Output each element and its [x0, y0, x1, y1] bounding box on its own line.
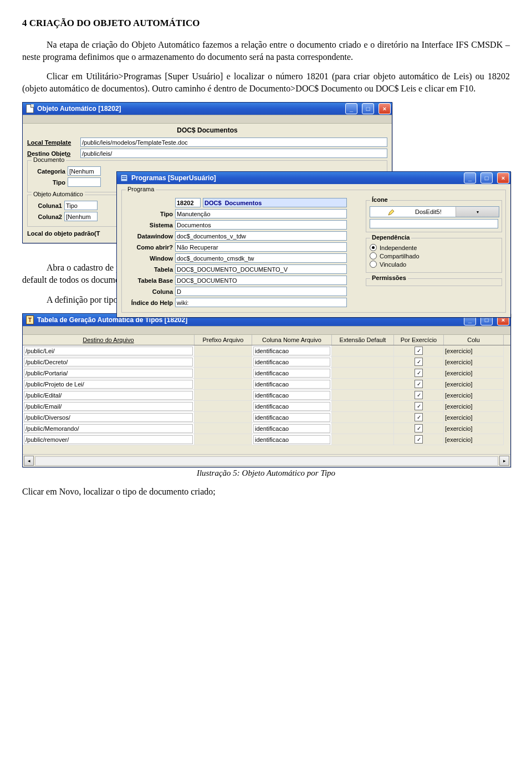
cell-por-exercicio[interactable]: [394, 379, 444, 390]
cell-por-exercicio[interactable]: [394, 423, 444, 434]
cell-prefixo[interactable]: [195, 434, 252, 445]
cell-por-exercicio[interactable]: [394, 401, 444, 412]
cell-por-exercicio[interactable]: [394, 345, 444, 357]
input-tipo[interactable]: [68, 177, 101, 187]
cell-colu[interactable]: [exercicio]: [444, 434, 504, 445]
cell-destino[interactable]: [23, 423, 195, 434]
combo-icone[interactable]: DosEdit5! ▾: [370, 206, 499, 217]
cell-colu[interactable]: [exercicio]: [444, 368, 504, 379]
cell-extensao[interactable]: [332, 401, 394, 412]
input-p-indicehelp[interactable]: [175, 298, 347, 307]
th-colu[interactable]: Colu: [444, 335, 504, 345]
input-p-tabelabase[interactable]: [175, 276, 347, 285]
input-p-tabela[interactable]: [175, 264, 347, 274]
cell-coluna-nome[interactable]: [252, 412, 332, 423]
cell-prefixo[interactable]: [195, 357, 252, 368]
cell-colu[interactable]: [exercicio]: [444, 401, 504, 412]
cell-coluna-nome[interactable]: [252, 390, 332, 401]
cell-destino[interactable]: [23, 357, 195, 368]
cell-prefixo[interactable]: [195, 401, 252, 412]
label-destino-objeto: Destino Objeto: [27, 150, 78, 157]
cell-extensao[interactable]: [332, 357, 394, 368]
cell-prefixo[interactable]: [195, 390, 252, 401]
cell-por-exercicio[interactable]: [394, 412, 444, 423]
section-heading: 4 CRIAÇÃO DO OBJETO AUTOMÁTICO: [22, 18, 510, 29]
cell-destino[interactable]: [23, 412, 195, 423]
cell-extensao[interactable]: [332, 345, 394, 357]
cell-por-exercicio[interactable]: [394, 434, 444, 445]
cell-coluna-nome[interactable]: [252, 357, 332, 368]
cell-colu[interactable]: [exercicio]: [444, 412, 504, 423]
input-p-datawindow[interactable]: [175, 231, 347, 241]
horizontal-scrollbar[interactable]: ◂ ▸: [23, 454, 510, 467]
cell-extensao[interactable]: [332, 434, 394, 445]
cell-prefixo[interactable]: [195, 345, 252, 357]
th-por-exercicio[interactable]: Por Exercício: [394, 335, 444, 345]
cell-extensao[interactable]: [332, 379, 394, 390]
label-p-tabela: Tabela: [125, 266, 173, 273]
pencil-icon: [370, 208, 413, 216]
cell-por-exercicio[interactable]: [394, 368, 444, 379]
close-button[interactable]: ×: [378, 103, 391, 114]
cell-coluna-nome[interactable]: [252, 368, 332, 379]
titlebar-objeto[interactable]: Objeto Automático [18202] _ □ ×: [23, 103, 392, 115]
radio-compartilhado[interactable]: Compartilhado: [370, 252, 498, 259]
th-coluna-nome[interactable]: Coluna Nome Arquivo: [252, 335, 332, 345]
input-codigo[interactable]: [175, 198, 201, 207]
radio-vinculado[interactable]: Vinculado: [370, 261, 498, 268]
cell-destino[interactable]: [23, 345, 195, 357]
input-p-tipo[interactable]: [175, 209, 347, 218]
input-p-window[interactable]: [175, 253, 347, 263]
cell-coluna-nome[interactable]: [252, 345, 332, 357]
th-prefixo[interactable]: Prefixo Arquivo: [195, 335, 252, 345]
radio-independente[interactable]: Independente: [370, 244, 498, 251]
cell-destino[interactable]: [23, 379, 195, 390]
cell-colu[interactable]: [exercicio]: [444, 379, 504, 390]
cell-destino[interactable]: [23, 434, 195, 445]
cell-por-exercicio[interactable]: [394, 390, 444, 401]
titlebar-programas[interactable]: Programas [SuperUsuário] _ □ ×: [117, 172, 510, 184]
cell-coluna-nome[interactable]: [252, 434, 332, 445]
legend-permissoes: Permissões: [370, 274, 408, 281]
cell-coluna-nome[interactable]: [252, 423, 332, 434]
input-icone-extra[interactable]: [370, 219, 498, 228]
cell-prefixo[interactable]: [195, 412, 252, 423]
input-categoria[interactable]: [68, 166, 101, 176]
input-coluna2[interactable]: [64, 212, 98, 221]
input-p-coluna[interactable]: [175, 287, 347, 296]
cell-destino[interactable]: [23, 390, 195, 401]
input-destino-objeto[interactable]: [80, 149, 387, 158]
cell-prefixo[interactable]: [195, 379, 252, 390]
cell-extensao[interactable]: [332, 368, 394, 379]
cell-colu[interactable]: [exercicio]: [444, 423, 504, 434]
cell-extensao[interactable]: [332, 412, 394, 423]
cell-por-exercicio[interactable]: [394, 357, 444, 368]
scroll-track[interactable]: [35, 456, 498, 466]
minimize-button[interactable]: _: [345, 103, 357, 114]
cell-coluna-nome[interactable]: [252, 401, 332, 412]
cell-coluna-nome[interactable]: [252, 379, 332, 390]
input-coluna1[interactable]: [64, 201, 98, 210]
cell-prefixo[interactable]: [195, 368, 252, 379]
maximize-button[interactable]: □: [480, 172, 493, 184]
cell-destino[interactable]: [23, 401, 195, 412]
input-p-sistema[interactable]: [175, 220, 347, 230]
cell-colu[interactable]: [exercicio]: [444, 390, 504, 401]
input-codigo-desc[interactable]: [203, 198, 347, 207]
cell-extensao[interactable]: [332, 390, 394, 401]
cell-destino[interactable]: [23, 368, 195, 379]
cell-colu[interactable]: [exercicio]: [444, 345, 504, 357]
cell-prefixo[interactable]: [195, 423, 252, 434]
th-destino[interactable]: Destino do Arquivo: [23, 335, 195, 345]
cell-colu[interactable]: [exercicio]: [444, 357, 504, 368]
maximize-button[interactable]: □: [362, 103, 374, 114]
input-p-comoabrir[interactable]: [175, 242, 347, 252]
minimize-button[interactable]: _: [464, 172, 476, 184]
th-extensao[interactable]: Extensão Default: [332, 335, 394, 345]
close-button[interactable]: ×: [497, 172, 509, 184]
scroll-left-button[interactable]: ◂: [24, 456, 34, 466]
chevron-down-icon[interactable]: ▾: [456, 207, 499, 217]
input-local-template[interactable]: [80, 138, 387, 147]
cell-extensao[interactable]: [332, 423, 394, 434]
scroll-right-button[interactable]: ▸: [499, 456, 509, 466]
